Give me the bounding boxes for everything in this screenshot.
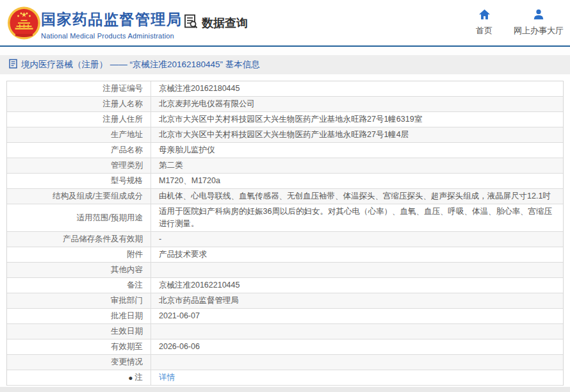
nav-service-hall[interactable]: 网上办事大厅	[514, 9, 564, 37]
row-value	[151, 324, 563, 339]
nav-home-label: 首页	[476, 25, 493, 37]
row-label: 附件	[7, 247, 151, 262]
breadcrumb-text: 境内医疗器械（注册） —— “京械注准20162180445” 基本信息	[21, 59, 260, 70]
table-row: 变更情况	[7, 355, 563, 370]
row-label: 结构及组成/主要组成成分	[7, 189, 151, 204]
data-query-button[interactable]: 数据查询	[183, 13, 248, 32]
row-label: 生产地址	[7, 127, 151, 142]
table-row: 产品储存条件及有效期-	[7, 232, 563, 247]
row-label: 有效期至	[7, 339, 151, 354]
header-gap	[0, 47, 570, 55]
row-value	[151, 355, 563, 370]
row-label: 生效日期	[7, 324, 151, 339]
note-icon: ●	[128, 374, 133, 382]
row-value: 适用于医院妇产科病房的妊娠36周以后的妇女。对其心电（心率）、血氧、血压、呼吸、…	[151, 204, 563, 231]
row-value: 详情	[151, 370, 563, 385]
document-search-icon	[183, 13, 199, 32]
top-nav: 首页 网上办事大厅	[471, 9, 564, 37]
site-logo: 国家药品监督管理局 National Medical Products Admi…	[41, 10, 183, 40]
row-label: 管理类别	[7, 158, 151, 173]
row-value: -	[151, 232, 563, 247]
row-label: 适用范围/预期用途	[7, 204, 151, 231]
row-value: 第二类	[151, 158, 563, 173]
breadcrumb: 境内医疗器械（注册） —— “京械注准20162180445” 基本信息	[0, 55, 570, 74]
row-value: 北京市大兴区中关村科技园区大兴生物医药产业基地永旺路27号1幢4层	[151, 127, 563, 142]
table-row: 生产地址北京市大兴区中关村科技园区大兴生物医药产业基地永旺路27号1幢4层	[7, 127, 563, 143]
row-label: 批准日期	[7, 309, 151, 323]
table-row: ●注 详情	[7, 370, 563, 386]
site-title: 国家药品监督管理局	[41, 10, 183, 29]
document-icon	[9, 59, 17, 70]
user-icon	[533, 9, 544, 22]
row-value: 母亲胎儿监护仪	[151, 143, 563, 158]
table-row: 批准日期2021-06-07	[7, 309, 563, 324]
table-row: 产品名称母亲胎儿监护仪	[7, 143, 563, 158]
table-row: 其他内容	[7, 263, 563, 278]
row-label: 注册人住所	[7, 112, 151, 127]
home-icon	[478, 9, 491, 22]
row-label: 注册证编号	[7, 81, 151, 96]
nmpa-emblem-icon	[6, 6, 42, 44]
registration-info-table: 注册证编号京械注准20162180445 注册人名称北京麦邦光电仪器有限公司 注…	[6, 81, 564, 386]
table-row: 结构及组成/主要组成成分由机体、心电导联线、血氧传感器、无创血压袖带、体温探头、…	[7, 189, 563, 204]
table-row: 适用范围/预期用途适用于医院妇产科病房的妊娠36周以后的妇女。对其心电（心率）、…	[7, 204, 563, 232]
row-label: 注册人名称	[7, 97, 151, 111]
row-value: 由机体、心电导联线、血氧传感器、无创血压袖带、体温探头、宫缩压探头、超声探头组成…	[151, 189, 563, 204]
page-header: 国家药品监督管理局 National Medical Products Admi…	[0, 0, 570, 47]
row-label: 型号规格	[7, 174, 151, 188]
table-row: 管理类别第二类	[7, 158, 563, 174]
footer-strip	[0, 387, 570, 392]
row-value: 京械注准20162210445	[151, 278, 563, 293]
site-subtitle: National Medical Products Administration	[41, 32, 183, 40]
data-query-label: 数据查询	[202, 15, 248, 31]
row-label: 其他内容	[7, 263, 151, 277]
nav-service-hall-label: 网上办事大厅	[514, 25, 564, 37]
row-label: 备注	[7, 278, 151, 293]
row-value: 京械注准20162180445	[151, 81, 563, 96]
row-label: 产品名称	[7, 143, 151, 158]
details-link[interactable]: 详情	[159, 372, 175, 384]
table-row: 备注京械注准20162210445	[7, 278, 563, 293]
table-row: 型号规格M1720、M1720a	[7, 174, 563, 189]
row-label: ●注	[7, 370, 151, 385]
row-value: 产品技术要求	[151, 247, 563, 262]
row-value: 2026-06-06	[151, 339, 563, 354]
table-row: 注册人名称北京麦邦光电仪器有限公司	[7, 97, 563, 112]
row-value: M1720、M1720a	[151, 174, 563, 188]
row-value: 北京麦邦光电仪器有限公司	[151, 97, 563, 111]
table-row: 生效日期	[7, 324, 563, 339]
table-row: 附件产品技术要求	[7, 247, 563, 263]
nav-home[interactable]: 首页	[471, 9, 497, 37]
row-value: 2021-06-07	[151, 309, 563, 323]
table-row: 有效期至2026-06-06	[7, 339, 563, 355]
row-label: 变更情况	[7, 355, 151, 370]
row-label: 产品储存条件及有效期	[7, 232, 151, 247]
row-label: 审批部门	[7, 293, 151, 308]
row-value	[151, 263, 563, 277]
row-value: 北京市药品监督管理局	[151, 293, 563, 308]
table-row: 审批部门北京市药品监督管理局	[7, 293, 563, 309]
row-value: 北京市大兴区中关村科技园区大兴生物医药产业基地永旺路27号1幢6319室	[151, 112, 563, 127]
table-row: 注册人住所北京市大兴区中关村科技园区大兴生物医药产业基地永旺路27号1幢6319…	[7, 112, 563, 127]
table-row: 注册证编号京械注准20162180445	[7, 81, 563, 97]
